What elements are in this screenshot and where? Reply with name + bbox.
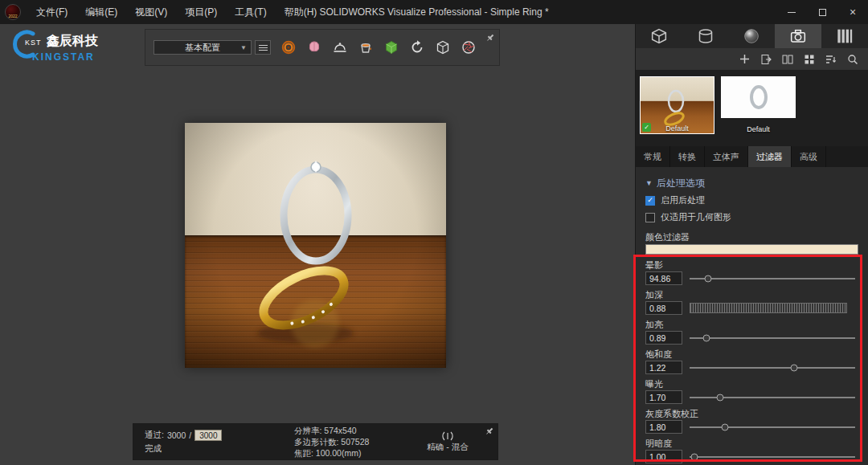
tab-stereo[interactable]: 立体声 xyxy=(705,146,748,167)
cube-icon xyxy=(651,28,667,44)
app-icon: 2022 xyxy=(5,4,21,20)
enable-post-checkbox[interactable]: ✓ xyxy=(645,196,655,206)
appearances-tab[interactable] xyxy=(682,24,729,48)
shading-label: 明暗度 xyxy=(645,438,858,448)
vignette-slider-handle[interactable] xyxy=(705,275,712,283)
menu-help[interactable]: 帮助(H) xyxy=(276,0,326,24)
add-icon[interactable] xyxy=(737,52,751,67)
camera-thumb-1-label: Default xyxy=(641,124,714,133)
gamma-correction-slider[interactable] xyxy=(690,420,858,434)
vignette-value-input[interactable] xyxy=(645,271,682,285)
resolution-label: 分辨率: 574x540 xyxy=(294,426,409,436)
shading-slider-track xyxy=(690,456,855,458)
camera-icon xyxy=(790,28,806,44)
exposure-slider-handle[interactable] xyxy=(716,394,723,402)
paint-bucket-icon[interactable] xyxy=(354,35,377,59)
render-canvas[interactable] xyxy=(185,123,446,368)
tab-transform[interactable]: 转换 xyxy=(670,146,705,167)
search-icon[interactable] xyxy=(845,52,860,67)
saturation-group: 饱和度 xyxy=(645,349,858,374)
minimize-icon xyxy=(788,12,796,13)
preset-menu-button[interactable] xyxy=(255,40,271,55)
gem-icon[interactable] xyxy=(380,35,403,59)
geometry-only-checkbox[interactable] xyxy=(645,213,655,222)
preset-dropdown[interactable]: 基本配置 ▼ xyxy=(154,40,252,55)
concentric-rings-icon[interactable] xyxy=(277,35,300,59)
logo-brand-text: KINGSTAR xyxy=(32,51,95,63)
enable-post-label: 启用后处理 xyxy=(661,194,705,206)
close-icon: × xyxy=(850,6,856,18)
exposure-value-input[interactable] xyxy=(645,390,682,404)
burn-label: 加深 xyxy=(645,290,858,300)
gamma-correction-group: 灰度系数校正 xyxy=(645,409,858,434)
vignette-slider-track xyxy=(690,278,855,279)
camera-property-tabs: 常规 转换 立体声 过滤器 高级 xyxy=(636,146,868,167)
shading-group: 明暗度 xyxy=(645,438,858,463)
post-processing-section-label: 后处理选项 xyxy=(657,177,705,190)
shading-slider[interactable] xyxy=(690,450,858,463)
environments-tab[interactable] xyxy=(729,24,776,48)
kingstar-logo: KST 鑫辰科技 KINGSTAR xyxy=(8,26,137,71)
brain-icon[interactable] xyxy=(303,35,326,59)
cameras-tab[interactable] xyxy=(775,24,821,48)
menu-tools[interactable]: 工具(T) xyxy=(226,0,275,24)
app-window: 2022 文件(F) 编辑(E) 视图(V) 项目(P) 工具(T) 帮助(H)… xyxy=(0,0,868,465)
maximize-button[interactable] xyxy=(807,0,837,24)
polygon-count-label: 多边形计数: 507528 xyxy=(294,437,409,447)
menu-project[interactable]: 项目(P) xyxy=(176,0,226,24)
passes-label: 通过: xyxy=(145,430,164,441)
split-view-icon[interactable] xyxy=(780,52,795,67)
tab-general[interactable]: 常规 xyxy=(636,146,670,167)
shading-value-input[interactable] xyxy=(645,450,682,463)
tab-advanced[interactable]: 高级 xyxy=(792,146,826,167)
more-palettes-tab[interactable] xyxy=(821,24,868,48)
dodge-slider-track xyxy=(690,337,855,339)
dodge-slider-handle[interactable] xyxy=(703,335,710,342)
vignette-slider[interactable] xyxy=(690,271,858,285)
saturation-value-input[interactable] xyxy=(645,361,682,374)
burn-gradient-strip[interactable] xyxy=(690,303,847,313)
gamma-correction-value-input[interactable] xyxy=(645,420,682,434)
aperture-icon[interactable] xyxy=(457,35,480,59)
viewport[interactable]: KST 鑫辰科技 KINGSTAR 基本配置 ▼ xyxy=(0,24,635,465)
camera-thumb-2-label: Default xyxy=(721,125,796,133)
sphere-icon xyxy=(743,28,760,44)
menu-view[interactable]: 视图(V) xyxy=(126,0,176,24)
render-status-bar: 通过: 3000 / 3000 完成 分辨率: 574x540 多边形计数: 5… xyxy=(133,423,498,460)
main-toolbar: 基本配置 ▼ xyxy=(145,29,500,66)
models-tab[interactable] xyxy=(636,24,682,48)
passes-total-input[interactable]: 3000 xyxy=(194,430,222,441)
burn-value-input[interactable] xyxy=(645,301,682,315)
grid-view-icon[interactable] xyxy=(802,52,817,67)
logo-company-text: 鑫辰科技 xyxy=(47,34,98,47)
dodge-slider[interactable] xyxy=(690,331,858,345)
color-filter-swatch[interactable] xyxy=(645,244,858,255)
workspace: KST 鑫辰科技 KINGSTAR 基本配置 ▼ xyxy=(0,24,868,465)
dodge-value-input[interactable] xyxy=(645,331,682,345)
tab-filters[interactable]: 过滤器 xyxy=(748,146,792,167)
saturation-slider-track xyxy=(690,367,855,369)
camera-thumb-default-1[interactable]: ✓ Default xyxy=(640,76,714,134)
geometry-only-label: 仅适用于几何图形 xyxy=(661,211,731,223)
exposure-slider[interactable] xyxy=(690,390,858,404)
package-box-icon[interactable] xyxy=(432,35,454,59)
gamma-correction-label: 灰度系数校正 xyxy=(645,409,858,418)
menu-file[interactable]: 文件(F) xyxy=(27,0,76,24)
saturation-slider[interactable] xyxy=(690,361,858,374)
saturation-slider-handle[interactable] xyxy=(791,365,798,372)
toolbar-pin-icon[interactable] xyxy=(485,32,496,43)
shading-slider-handle[interactable] xyxy=(691,454,698,461)
close-button[interactable]: × xyxy=(837,0,868,24)
menu-edit[interactable]: 编辑(E) xyxy=(76,0,126,24)
minimize-button[interactable] xyxy=(776,0,807,24)
dome-icon[interactable] xyxy=(329,35,351,59)
sort-icon[interactable] xyxy=(824,52,838,67)
camera-thumb-default-2[interactable]: Default xyxy=(721,76,796,134)
dodge-group: 加亮 xyxy=(645,320,858,345)
camera-tools xyxy=(636,48,868,71)
statusbar-pin-icon[interactable] xyxy=(484,426,495,437)
export-icon[interactable] xyxy=(759,52,773,67)
gamma-correction-slider-handle[interactable] xyxy=(722,424,729,431)
post-processing-section-header[interactable]: ▼ 后处理选项 xyxy=(645,177,858,190)
circular-arrow-icon[interactable] xyxy=(406,35,428,59)
